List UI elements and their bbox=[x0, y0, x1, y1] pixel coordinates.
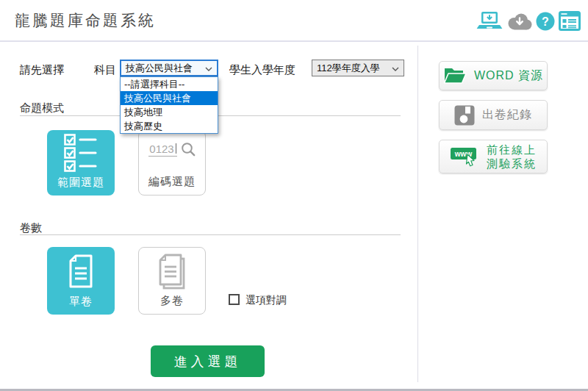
svg-text:?: ? bbox=[542, 15, 549, 27]
word-resource-label: WORD 資源 bbox=[474, 68, 543, 84]
range-select-button[interactable]: 範圍選題 bbox=[47, 130, 115, 196]
code-select-label: 編碼選題 bbox=[148, 175, 196, 189]
year-select[interactable]: 112學年度入學 bbox=[312, 60, 404, 76]
online-test-label: 前往線上 測驗系統 bbox=[487, 143, 537, 171]
chevron-down-icon bbox=[205, 62, 212, 73]
search-icon bbox=[181, 142, 196, 157]
enter-selection-button[interactable]: 進入選題 bbox=[151, 345, 265, 377]
section-divider bbox=[20, 234, 401, 235]
save-disk-icon bbox=[454, 105, 475, 126]
multi-paper-button[interactable]: 多卷 bbox=[138, 247, 206, 315]
code-input[interactable]: 0123 bbox=[148, 143, 176, 157]
subject-option-history[interactable]: 技高歷史 bbox=[121, 119, 218, 133]
cloud-download-icon[interactable] bbox=[506, 12, 532, 31]
code-select-button[interactable]: 0123 編碼選題 bbox=[138, 130, 206, 196]
subject-option-civics[interactable]: 技高公民與社會 bbox=[121, 91, 218, 105]
page-title: 龍騰題庫命題系統 bbox=[15, 0, 156, 41]
option-swap-checkbox[interactable] bbox=[229, 294, 240, 305]
www-cursor-icon: www bbox=[450, 145, 479, 168]
subject-option-geography[interactable]: 技高地理 bbox=[121, 105, 218, 119]
records-window-icon[interactable] bbox=[559, 11, 581, 31]
text-caret bbox=[176, 143, 176, 154]
multi-document-icon bbox=[155, 248, 189, 294]
single-document-icon bbox=[66, 247, 96, 295]
record-label: 出卷紀錄 bbox=[482, 107, 532, 123]
vertical-divider bbox=[417, 46, 418, 382]
range-select-label: 範圍選題 bbox=[57, 176, 104, 190]
question-bank-app: 龍騰題庫命題系統 bbox=[0, 0, 588, 391]
code-input-area: 0123 bbox=[148, 131, 195, 175]
subject-dropdown-list: --請選擇科目-- 技高公民與社會 技高地理 技高歷史 bbox=[120, 76, 218, 134]
app-header: 龍騰題庫命題系統 bbox=[0, 0, 588, 42]
subject-select-value: 技高公民與社會 bbox=[126, 62, 193, 75]
subject-option-placeholder[interactable]: --請選擇科目-- bbox=[121, 77, 218, 91]
chevron-down-icon bbox=[392, 62, 399, 73]
word-resource-button[interactable]: WORD 資源 bbox=[439, 61, 548, 90]
year-label: 學生入學年度 bbox=[229, 63, 295, 77]
folder-open-icon bbox=[443, 66, 467, 85]
paper-section-title: 卷數 bbox=[20, 221, 42, 235]
header-icon-toolbar: ? bbox=[476, 0, 581, 42]
mode-section-title: 命題模式 bbox=[20, 101, 64, 115]
multi-paper-label: 多卷 bbox=[160, 294, 184, 308]
subject-label: 科目 bbox=[94, 63, 116, 77]
single-paper-label: 單卷 bbox=[69, 295, 93, 309]
online-test-label-line1: 前往線上 bbox=[487, 143, 537, 157]
online-test-button[interactable]: www 前往線上 測驗系統 bbox=[439, 140, 548, 173]
online-test-label-line2: 測驗系統 bbox=[487, 157, 537, 171]
prompt-label: 請先選擇 bbox=[20, 63, 64, 77]
code-input-value: 0123 bbox=[149, 143, 173, 155]
single-paper-button[interactable]: 單卷 bbox=[47, 247, 115, 315]
help-icon[interactable]: ? bbox=[536, 12, 555, 31]
laptop-download-icon[interactable] bbox=[476, 11, 503, 32]
subject-select[interactable]: 技高公民與社會 bbox=[120, 60, 218, 76]
checklist-icon bbox=[64, 130, 98, 176]
record-button[interactable]: 出卷紀錄 bbox=[439, 100, 548, 130]
option-swap-label: 選項對調 bbox=[245, 294, 287, 307]
year-select-value: 112學年度入學 bbox=[317, 62, 380, 75]
